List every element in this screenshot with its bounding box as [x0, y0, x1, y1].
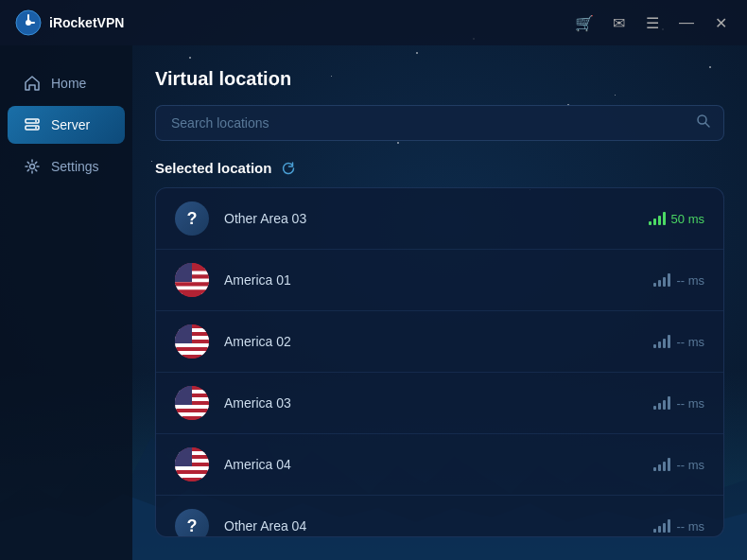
location-name: Other Area 03	[224, 211, 649, 226]
app-name: iRocketVPN	[49, 15, 124, 30]
location-flag-unknown: ?	[175, 201, 209, 236]
svg-point-5	[35, 127, 37, 129]
location-flag-us	[175, 324, 209, 359]
main-content: Virtual location Selected location ? Oth…	[132, 45, 747, 560]
menu-button[interactable]: ☰	[637, 8, 668, 38]
svg-rect-36	[175, 447, 192, 466]
mail-button[interactable]: ✉	[603, 8, 634, 38]
signal-bars-icon	[649, 212, 666, 225]
ping-value: 50 ms	[671, 212, 704, 226]
signal-bars-icon	[653, 273, 670, 287]
location-list: ? Other Area 03 50 ms	[155, 187, 724, 537]
close-button[interactable]: ✕	[705, 8, 736, 38]
location-name: America 03	[224, 395, 653, 411]
list-item[interactable]: America 01 -- ms	[156, 250, 723, 311]
signal-bars-icon	[653, 396, 670, 410]
server-icon	[23, 115, 42, 134]
location-ping: -- ms	[653, 396, 704, 411]
selected-location-title: Selected location	[155, 160, 271, 176]
logo-area: iRocketVPN	[0, 9, 139, 36]
location-name: America 02	[224, 334, 653, 349]
ping-value: -- ms	[676, 519, 704, 534]
sidebar: Home Server Settings	[0, 45, 132, 560]
location-flag-us	[175, 447, 209, 481]
location-name: Other Area 04	[224, 518, 653, 534]
location-ping: 50 ms	[649, 212, 704, 226]
sidebar-settings-label: Settings	[51, 159, 99, 174]
minimize-button[interactable]: —	[671, 8, 702, 38]
cart-button[interactable]: 🛒	[569, 8, 599, 38]
signal-bars-icon	[653, 335, 670, 348]
list-item[interactable]: ? Other Area 03 50 ms	[156, 188, 723, 250]
titlebar: iRocketVPN 🛒 ✉ ☰ — ✕	[0, 0, 747, 45]
svg-line-8	[705, 123, 709, 127]
location-ping: -- ms	[653, 519, 704, 534]
home-icon	[23, 74, 42, 93]
svg-rect-23	[175, 351, 209, 355]
location-flag-us	[175, 386, 209, 420]
sidebar-server-label: Server	[51, 117, 90, 132]
location-ping: -- ms	[653, 335, 704, 349]
ping-value: -- ms	[676, 458, 704, 472]
svg-rect-22	[175, 343, 209, 347]
titlebar-controls: 🛒 ✉ ☰ — ✕	[569, 8, 747, 38]
sidebar-item-settings[interactable]: Settings	[8, 148, 125, 185]
location-ping: -- ms	[653, 273, 704, 288]
sidebar-home-label: Home	[51, 76, 86, 91]
location-flag-us	[175, 263, 209, 297]
svg-rect-24	[175, 324, 192, 343]
signal-bars-icon	[653, 458, 670, 471]
svg-rect-30	[175, 386, 192, 405]
svg-rect-28	[175, 405, 209, 409]
signal-bars-icon	[653, 519, 670, 533]
svg-point-1	[26, 20, 31, 26]
svg-point-4	[35, 120, 37, 122]
location-name: America 04	[224, 457, 653, 472]
sidebar-item-home[interactable]: Home	[8, 64, 125, 102]
location-flag-unknown: ?	[175, 509, 209, 537]
ping-value: -- ms	[676, 335, 704, 349]
list-item[interactable]: ? Other Area 04 -- ms	[156, 496, 723, 537]
search-container	[155, 105, 724, 141]
location-name: America 01	[224, 272, 653, 288]
search-icon	[696, 114, 711, 132]
sidebar-item-server[interactable]: Server	[8, 106, 125, 144]
ping-value: -- ms	[676, 396, 704, 411]
list-item[interactable]: America 03 -- ms	[156, 373, 723, 434]
section-header: Selected location	[155, 160, 724, 176]
list-item[interactable]: America 04 -- ms	[156, 434, 723, 496]
search-input[interactable]	[155, 105, 724, 141]
svg-rect-29	[175, 412, 209, 416]
svg-rect-35	[175, 474, 209, 478]
svg-rect-16	[175, 290, 209, 294]
location-ping: -- ms	[653, 458, 704, 472]
ping-value: -- ms	[676, 273, 704, 288]
list-item[interactable]: America 02 -- ms	[156, 311, 723, 373]
refresh-button[interactable]	[281, 161, 296, 176]
settings-icon	[23, 157, 42, 176]
page-title: Virtual location	[155, 68, 724, 90]
svg-rect-34	[175, 466, 209, 470]
svg-rect-14	[175, 283, 209, 287]
svg-rect-17	[175, 263, 192, 282]
svg-point-6	[30, 165, 35, 169]
svg-rect-15	[175, 287, 209, 290]
app-logo-icon	[15, 9, 42, 36]
